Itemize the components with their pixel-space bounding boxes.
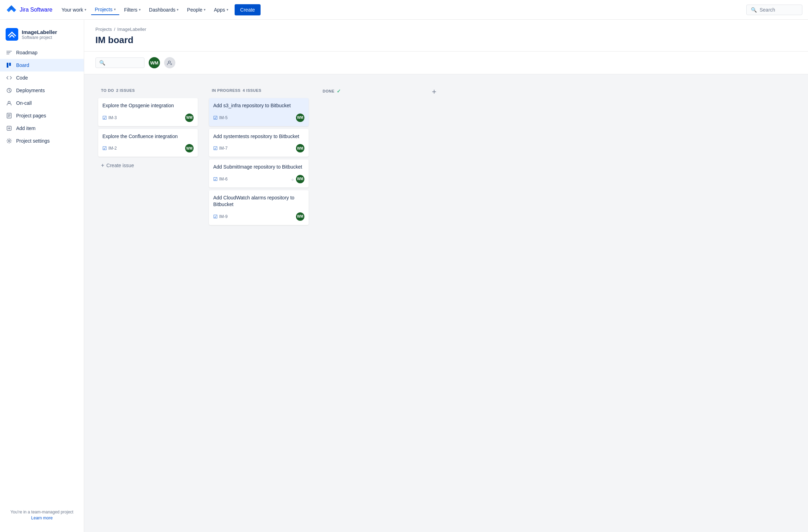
card-im9-issue: ☑ IM-9 xyxy=(213,214,228,219)
checkbox-icon: ☑ xyxy=(213,176,218,182)
column-todo-title: TO DO 2 ISSUES xyxy=(101,88,135,93)
column-done-title: DONE ✓ xyxy=(323,88,341,94)
sidebar-item-board[interactable]: Board xyxy=(0,59,84,71)
card-im7[interactable]: Add systemtests repository to Bitbucket … xyxy=(209,129,309,157)
main-content: Projects / ImageLabeller IM board 🔍 WM T… xyxy=(84,20,808,532)
card-im3-issue: ☑ IM-3 xyxy=(102,115,117,121)
code-icon xyxy=(6,74,13,81)
sidebar-item-on-call[interactable]: On-call xyxy=(0,97,84,109)
card-im3-title: Explore the Opsgenie integration xyxy=(102,102,194,109)
card-im6[interactable]: Add SubmitImage repository to Bitbucket … xyxy=(209,159,309,187)
avatar-wm[interactable]: WM xyxy=(149,57,160,68)
board-icon xyxy=(6,62,13,69)
project-icon xyxy=(6,28,18,41)
board-search[interactable]: 🔍 xyxy=(95,57,144,68)
search-icon: 🔍 xyxy=(99,60,105,66)
page-title: IM board xyxy=(95,35,797,46)
logo-text: Jira Software xyxy=(20,7,52,13)
board-columns: TO DO 2 ISSUES Explore the Opsgenie inte… xyxy=(84,74,808,529)
nav-your-work[interactable]: Your work ▾ xyxy=(58,5,90,15)
avatar-wm-card: WM xyxy=(185,144,194,152)
card-im7-title: Add systemtests repository to Bitbucket xyxy=(213,133,304,140)
project-header: ImageLabeller Software project xyxy=(0,25,84,46)
breadcrumb-separator: / xyxy=(114,27,115,32)
sidebar-footer: You're in a team-managed project Learn m… xyxy=(0,504,84,526)
nav-filters[interactable]: Filters ▾ xyxy=(121,5,144,15)
roadmap-icon xyxy=(6,49,13,56)
add-item-icon xyxy=(6,125,13,132)
chevron-down-icon: ▾ xyxy=(139,8,141,12)
checkbox-icon: ☑ xyxy=(213,115,218,121)
checkbox-icon: ☑ xyxy=(102,145,107,151)
chevron-down-icon: ▾ xyxy=(85,8,86,12)
team-managed-text: You're in a team-managed project xyxy=(6,510,78,514)
deployments-icon xyxy=(6,87,13,94)
chevron-down-icon: ▾ xyxy=(204,8,206,12)
learn-more-link[interactable]: Learn more xyxy=(31,516,53,520)
create-issue-button[interactable]: + Create issue xyxy=(98,159,198,171)
column-todo-header: TO DO 2 ISSUES xyxy=(98,87,198,94)
add-assignee-button[interactable] xyxy=(164,57,175,68)
svg-point-7 xyxy=(8,140,10,142)
nav-projects[interactable]: Projects ▾ xyxy=(91,5,119,15)
sidebar-item-deployments[interactable]: Deployments xyxy=(0,84,84,97)
svg-rect-1 xyxy=(7,63,8,68)
project-type: Software project xyxy=(22,35,57,40)
svg-point-4 xyxy=(8,101,10,103)
breadcrumb-current[interactable]: ImageLabeller xyxy=(117,27,146,32)
card-im3[interactable]: Explore the Opsgenie integration ☑ IM-3 … xyxy=(98,98,198,126)
sidebar: ImageLabeller Software project Roadmap B… xyxy=(0,20,84,532)
column-done: DONE ✓ xyxy=(317,83,422,101)
page-header: Projects / ImageLabeller IM board xyxy=(84,20,808,52)
sidebar-item-roadmap[interactable]: Roadmap xyxy=(0,46,84,59)
avatar-wm-card: WM xyxy=(296,144,304,152)
avatar-wm-card: WM xyxy=(296,212,304,221)
card-im2[interactable]: Explore the Confluence integration ☑ IM-… xyxy=(98,129,198,157)
app-layout: ImageLabeller Software project Roadmap B… xyxy=(0,20,808,532)
card-im5-issue: ☑ IM-5 xyxy=(213,115,228,121)
nav-people[interactable]: People ▾ xyxy=(183,5,209,15)
search-icon: 🔍 xyxy=(751,7,757,13)
plus-icon: + xyxy=(101,162,104,169)
avatar-wm-card: WM xyxy=(296,114,304,122)
card-im2-title: Explore the Confluence integration xyxy=(102,133,194,140)
card-im9[interactable]: Add CloudWatch alarms repository to Bitb… xyxy=(209,190,309,225)
breadcrumb-projects[interactable]: Projects xyxy=(95,27,112,32)
sidebar-item-add-item[interactable]: Add item xyxy=(0,122,84,135)
card-im6-title: Add SubmitImage repository to Bitbucket xyxy=(213,164,304,171)
jira-logo[interactable]: Jira Software xyxy=(6,4,52,15)
card-im6-issue: ☑ IM-6 xyxy=(213,176,228,182)
chevron-down-icon: ▾ xyxy=(114,7,116,11)
on-call-icon xyxy=(6,100,13,107)
pin-icon: ⬦ xyxy=(291,176,294,182)
project-name: ImageLabeller xyxy=(22,29,57,35)
done-check-icon: ✓ xyxy=(337,88,341,94)
nav-dashboards[interactable]: Dashboards ▾ xyxy=(146,5,182,15)
search-placeholder: Search xyxy=(760,7,775,13)
project-pages-icon xyxy=(6,112,13,119)
sidebar-item-code[interactable]: Code xyxy=(0,71,84,84)
card-im5[interactable]: Add s3_infra repository to Bitbucket ☑ I… xyxy=(209,98,309,126)
sidebar-item-project-settings[interactable]: Project settings xyxy=(0,135,84,147)
top-navigation: Jira Software Your work ▾ Projects ▾ Fil… xyxy=(0,0,808,20)
sidebar-item-project-pages[interactable]: Project pages xyxy=(0,109,84,122)
svg-point-8 xyxy=(168,61,170,63)
avatar-wm-card: WM xyxy=(296,175,304,183)
column-todo: TO DO 2 ISSUES Explore the Opsgenie inte… xyxy=(95,83,201,176)
card-im7-issue: ☑ IM-7 xyxy=(213,145,228,151)
column-inprogress: IN PROGRESS 4 ISSUES Add s3_infra reposi… xyxy=(206,83,311,229)
breadcrumb: Projects / ImageLabeller xyxy=(95,27,797,32)
add-column-button[interactable]: + xyxy=(428,86,440,98)
column-inprogress-title: IN PROGRESS 4 ISSUES xyxy=(212,88,261,93)
card-im2-issue: ☑ IM-2 xyxy=(102,145,117,151)
create-button[interactable]: Create xyxy=(235,4,261,15)
column-done-header: DONE ✓ xyxy=(320,87,419,95)
chevron-down-icon: ▾ xyxy=(177,8,179,12)
checkbox-icon: ☑ xyxy=(102,115,107,121)
checkbox-icon: ☑ xyxy=(213,145,218,151)
card-im9-title: Add CloudWatch alarms repository to Bitb… xyxy=(213,195,304,208)
nav-apps[interactable]: Apps ▾ xyxy=(210,5,232,15)
search-box[interactable]: 🔍 Search xyxy=(746,5,802,15)
checkbox-icon: ☑ xyxy=(213,214,218,219)
gear-icon xyxy=(6,137,13,144)
